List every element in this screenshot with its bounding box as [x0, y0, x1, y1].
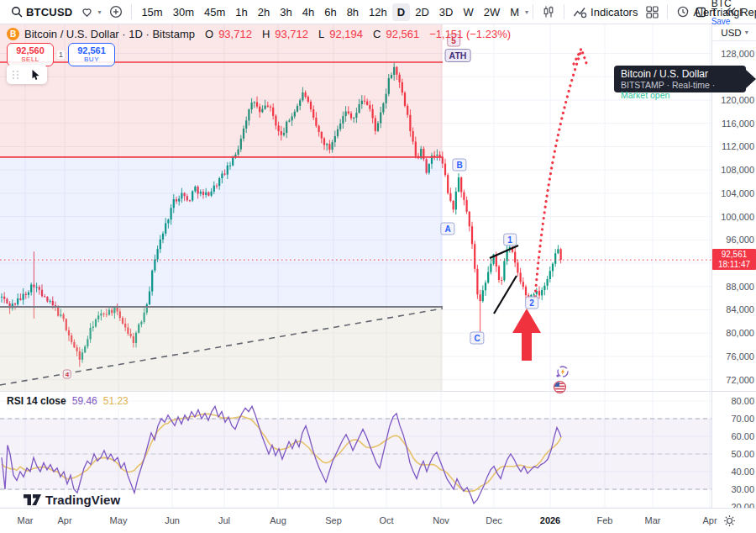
main-chart-canvas[interactable] — [0, 24, 711, 392]
time-axis-label-Sep: Sep — [325, 515, 342, 525]
rsi-axis-label: 70.00 — [712, 413, 754, 425]
time-axis-label-Dec: Dec — [486, 515, 502, 525]
projection-arrowhead — [574, 49, 587, 66]
buy-price: 92,561 — [77, 46, 106, 55]
rsi-title: RSI 14 close — [7, 395, 66, 407]
time-axis-label-2026: 2026 — [540, 515, 560, 525]
timeframe-button-4h[interactable]: 4h — [297, 3, 319, 21]
time-axis-label-Jun: Jun — [165, 515, 180, 525]
timeframe-button-M[interactable]: M — [505, 3, 524, 21]
symbol-search-button[interactable]: BTCUSD — [7, 3, 76, 21]
wave-label-A[interactable]: A — [440, 223, 454, 235]
compare-add-button[interactable] — [105, 3, 127, 21]
tooltip-feed: Real-time — [672, 80, 710, 90]
buy-button[interactable]: 92,561 BUY — [68, 43, 115, 66]
timeframe-button-1h[interactable]: 1h — [230, 3, 252, 21]
timeframe-button-2W[interactable]: 2W — [479, 3, 506, 21]
layout-title[interactable]: BTC Triangl — [711, 0, 756, 18]
chart-style-button[interactable] — [538, 3, 559, 21]
drag-handle-icon[interactable] — [13, 71, 19, 79]
change-value: −1,151 (−1.23%) — [429, 28, 511, 40]
time-axis-label-Oct: Oct — [379, 515, 393, 525]
high-label: H — [262, 28, 270, 40]
time-axis-label-Nov: Nov — [433, 515, 449, 525]
timeframe-chevron-icon[interactable]: ▾ — [525, 8, 528, 16]
spread-value: 1 — [57, 50, 65, 59]
timeframe-button-15m[interactable]: 15m — [136, 3, 167, 21]
bitcoin-icon: B — [7, 28, 19, 40]
rsi-axis-label: 50.00 — [712, 448, 754, 460]
candlestick-icon — [542, 5, 555, 18]
close-label: C — [373, 28, 381, 40]
timeframe-button-45m[interactable]: 45m — [199, 3, 230, 21]
rsi-legend[interactable]: RSI 14 close 59.46 51.23 — [7, 395, 129, 407]
timeframe-button-W[interactable]: W — [458, 3, 478, 21]
timeframe-button-30m[interactable]: 30m — [168, 3, 199, 21]
chart-legend: B Bitcoin / U.S. Dollar · 1D · Bitstamp … — [7, 28, 511, 40]
toolbar-separator — [564, 4, 564, 19]
wave-label-2[interactable]: 2 — [525, 297, 538, 309]
watchlist-flag-button[interactable]: ▾ — [76, 3, 105, 20]
timeframe-button-3D[interactable]: 3D — [434, 3, 459, 21]
legend-title[interactable]: Bitcoin / U.S. Dollar · 1D · Bitstamp — [24, 28, 195, 40]
timeframe-button-6h[interactable]: 6h — [319, 3, 341, 21]
plus-circle-icon — [109, 5, 123, 18]
sell-button[interactable]: 92,560 SELL — [7, 43, 54, 66]
price-axis-label: 88,000 — [712, 281, 754, 293]
pane-separator[interactable] — [0, 391, 711, 392]
time-axis-label-Apr: Apr — [57, 515, 71, 525]
layout-box-icon[interactable] — [696, 6, 706, 18]
wave-label-1[interactable]: 1 — [503, 234, 517, 246]
layout-save-widget: BTC Triangl Save — [692, 0, 756, 24]
timeframe-button-D[interactable]: D — [392, 3, 410, 21]
rsi-pane-canvas[interactable] — [0, 392, 711, 508]
search-icon — [11, 6, 23, 18]
wave-label-4[interactable]: 4 — [63, 370, 71, 379]
indicators-button[interactable]: Indicators — [569, 3, 642, 21]
indicators-label: Indicators — [591, 6, 638, 18]
tooltip-separator: · — [712, 80, 716, 90]
bar-countdown: 18:11:47 — [712, 260, 756, 270]
currency-dropdown[interactable]: USD ▾ — [712, 24, 756, 41]
timeframe-button-2D[interactable]: 2D — [410, 3, 434, 21]
us-economic-event-icon[interactable] — [553, 380, 567, 398]
zone-rect — [0, 157, 443, 307]
tooltip-title: Bitcoin / U.S. Dollar — [621, 68, 739, 80]
wave-label-ATH[interactable]: ATH — [445, 49, 471, 62]
price-axis-label: 112,000 — [712, 140, 754, 152]
wave-label-B[interactable]: B — [452, 159, 466, 172]
timeframe-button-2h[interactable]: 2h — [253, 3, 275, 21]
price-axis-label: 128,000 — [712, 48, 754, 60]
zone-rect — [0, 307, 443, 392]
price-axis-label: 104,000 — [712, 187, 754, 199]
market-open-status: Market open — [621, 90, 669, 100]
rsi-axis-label: 40.00 — [712, 466, 754, 478]
floating-drawing-toolbar — [7, 65, 47, 84]
top-toolbar: BTCUSD ▾ 15m30m45m1h2h3h4h6h8h12hD2D3DW2… — [0, 0, 756, 24]
timeframe-button-8h[interactable]: 8h — [342, 3, 364, 21]
tradingview-logo[interactable]: TradingView — [24, 493, 120, 507]
rsi-axis-label: 60.00 — [712, 430, 754, 442]
time-axis[interactable]: MarAprMayJunJulAugSepOctNovDec2026FebMar… — [0, 508, 756, 533]
timeframe-list: 15m30m45m1h2h3h4h6h8h12hD2D3DW2WM — [136, 3, 524, 21]
grid-layout-icon — [646, 6, 659, 18]
trade-panel: 92,560 SELL 1 92,561 BUY — [7, 43, 115, 66]
price-axis-label: 72,000 — [712, 374, 754, 386]
chevron-down-icon: ▾ — [97, 8, 101, 16]
gear-icon[interactable] — [723, 515, 736, 527]
price-axis-label: 96,000 — [712, 234, 754, 245]
sell-label: SELL — [21, 55, 39, 64]
timeframe-button-3h[interactable]: 3h — [275, 3, 297, 21]
rsi-axis-label: 30.00 — [712, 483, 754, 495]
timeframe-button-12h[interactable]: 12h — [364, 3, 392, 21]
time-axis-label-Aug: Aug — [270, 515, 286, 525]
toolbar-separator — [667, 4, 668, 19]
wave-label-C[interactable]: C — [470, 332, 484, 345]
save-button[interactable]: Save — [711, 18, 756, 25]
heart-icon — [81, 6, 93, 18]
cursor-icon[interactable] — [30, 69, 41, 81]
last-price-value: 92,561 — [712, 250, 756, 260]
layout-templates-button[interactable] — [642, 3, 663, 21]
last-price-tag: 92,561 18:11:47 — [712, 249, 756, 270]
time-axis-label-Apr: Apr — [702, 515, 717, 525]
